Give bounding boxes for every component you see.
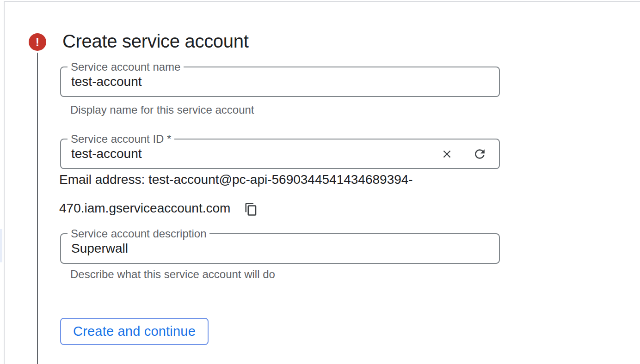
copy-email-button[interactable] <box>244 202 258 216</box>
service-account-id-label: Service account ID * <box>68 133 174 145</box>
email-address-line1: Email address: test-account@pc-api-56903… <box>59 172 413 187</box>
page-title: Create service account <box>62 30 248 52</box>
create-service-account-form: Service account name Display name for th… <box>60 67 500 345</box>
close-icon <box>441 148 453 160</box>
service-account-name-helper: Display name for this service account <box>70 103 500 116</box>
panel-left-border <box>4 1 5 364</box>
service-account-description-field: Service account description <box>60 233 500 264</box>
error-exclamation-glyph: ! <box>36 33 39 51</box>
panel-top-border <box>4 1 640 2</box>
create-and-continue-button[interactable]: Create and continue <box>60 318 209 345</box>
service-account-name-field: Service account name <box>60 67 500 97</box>
service-account-description-helper: Describe what this service account will … <box>70 268 500 281</box>
email-address-line2: 470.iam.gserviceaccount.com <box>59 201 230 215</box>
sidebar-highlight-sliver <box>0 229 2 262</box>
service-account-description-label: Service account description <box>68 228 209 240</box>
service-account-id-field: Service account ID * <box>60 139 500 169</box>
error-status-icon: ! <box>29 33 46 51</box>
regenerate-id-button[interactable] <box>473 147 487 161</box>
service-account-name-label: Service account name <box>68 61 184 73</box>
copy-icon <box>244 202 258 216</box>
clear-id-button[interactable] <box>441 148 453 160</box>
email-address-text: Email address: test-account@pc-api-56903… <box>59 165 500 223</box>
stepper-connector-line <box>37 53 38 364</box>
refresh-icon <box>473 147 487 161</box>
